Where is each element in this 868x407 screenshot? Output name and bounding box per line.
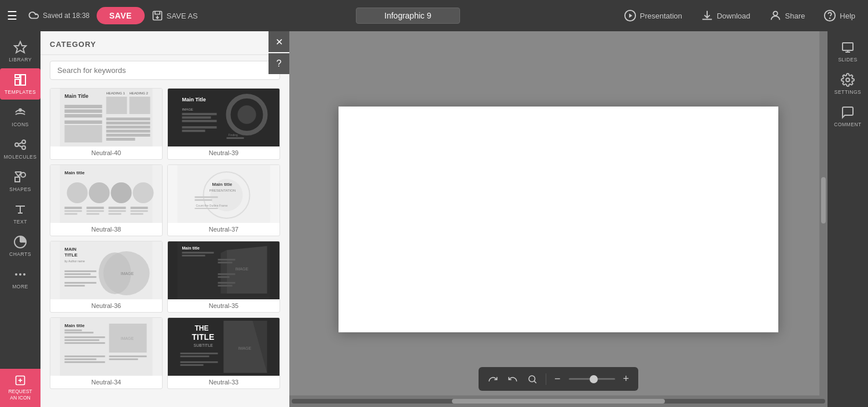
right-sidebar: SLIDES SETTINGS COMMENT [827,31,868,407]
svg-rect-45 [65,120,102,124]
help-icon [823,9,836,22]
svg-rect-42 [65,114,102,118]
svg-rect-118 [65,332,94,333]
svg-rect-80 [131,213,144,215]
template-neutral-38[interactable]: Main title [50,164,163,236]
search-icon [527,374,538,384]
request-icon-label: REQUESTAN ICON [8,388,32,401]
search-button[interactable] [524,372,541,387]
svg-point-18 [21,173,25,177]
svg-point-66 [89,182,110,203]
sidebar-item-icons[interactable]: ICONS [0,101,41,132]
svg-rect-40 [65,105,102,108]
text-icon [13,203,27,217]
canvas-slide[interactable] [339,107,778,332]
svg-marker-2 [629,13,632,17]
svg-rect-89 [195,208,218,209]
share-label: Share [785,12,806,20]
svg-rect-39 [130,97,150,114]
charts-icon [13,235,27,249]
svg-text:IMAGE: IMAGE [121,336,134,340]
menu-icon[interactable]: ☰ [7,9,17,23]
share-icon [769,9,782,22]
template-name-neutral-33: Neutral-33 [207,376,241,388]
svg-marker-7 [14,42,26,53]
panel-close-button[interactable]: ✕ [269,31,289,52]
topbar: ☰ Saved at 18:38 SAVE SAVE AS Presentati… [0,0,868,31]
svg-rect-46 [65,125,102,142]
sidebar-item-molecules[interactable]: MOLECULES [0,133,41,164]
svg-rect-77 [65,213,78,215]
svg-text:MAIN: MAIN [65,247,77,252]
template-thumb-neutral-35: Main title IMAGE [168,241,279,299]
svg-point-140 [529,376,535,382]
sidebar-item-library[interactable]: LIBRARY [0,36,41,67]
share-button[interactable]: Share [763,9,811,22]
sidebar-item-templates[interactable]: TEMPLATES [0,68,41,100]
save-as-button[interactable]: SAVE AS [152,10,198,21]
svg-rect-10 [21,75,25,85]
template-thumb-neutral-36: MAIN TITLE by Author name IMAGE [50,241,162,299]
templates-row-1: Main Title HEADING 1 HEADING 2 [50,88,280,160]
slides-label: SLIDES [838,57,857,63]
svg-point-6 [830,18,830,19]
bottom-toolbar: − + [479,367,638,391]
svg-rect-122 [65,339,100,341]
sidebar-item-charts[interactable]: CHARTS [0,230,41,262]
sidebar-item-more[interactable]: MORE [0,263,41,294]
sidebar-item-slides[interactable]: SLIDES [827,36,868,67]
settings-icon [841,73,855,87]
svg-rect-142 [843,43,853,50]
template-neutral-40[interactable]: Main Title HEADING 1 HEADING 2 [50,88,163,160]
zoom-slider[interactable] [569,378,615,380]
request-icon-button[interactable]: REQUESTAN ICON [0,369,41,407]
svg-text:Main Title: Main Title [65,93,89,99]
presentation-title-input[interactable] [356,8,460,24]
svg-text:IMAGE: IMAGE [121,272,134,276]
template-neutral-36[interactable]: MAIN TITLE by Author name IMAGE [50,241,163,313]
sidebar-item-settings[interactable]: SETTINGS [827,68,868,100]
template-thumb-neutral-34: Main title IMAGE [50,318,162,376]
svg-rect-73 [65,210,82,212]
search-input[interactable] [50,61,280,80]
template-neutral-33[interactable]: THE TITLE SUBTITLE IMAGE Neutral-3 [167,317,280,389]
zoom-divider [546,373,546,385]
panel-help-button[interactable]: ? [269,53,289,74]
download-button[interactable]: Download [695,9,756,22]
zoom-out-button[interactable]: − [551,371,564,387]
svg-point-67 [111,182,132,203]
svg-rect-124 [65,355,105,357]
undo-button[interactable] [504,372,521,387]
help-button[interactable]: Help [818,9,861,22]
settings-label: SETTINGS [834,89,862,95]
more-icon [13,267,27,281]
svg-point-11 [19,109,21,111]
template-neutral-35[interactable]: Main title IMAGE [167,241,280,313]
svg-text:Count the Outline Frame: Count the Outline Frame [196,204,228,207]
svg-rect-113 [218,282,236,284]
svg-rect-70 [87,207,104,209]
template-neutral-34[interactable]: Main title IMAGE [50,317,163,389]
sidebar-item-shapes[interactable]: SHAPES [0,166,41,197]
svg-rect-126 [65,361,105,363]
presentation-button[interactable]: Presentation [618,9,688,22]
svg-rect-123 [65,342,105,344]
template-name-neutral-37: Neutral-37 [207,223,241,236]
redo-button[interactable] [484,372,502,387]
svg-rect-59 [182,126,217,129]
template-neutral-39[interactable]: Main Title IMAGE Finding [167,88,280,160]
svg-line-20 [15,172,19,177]
save-button[interactable]: SAVE [97,7,145,24]
vertical-scrollbar[interactable] [819,31,827,395]
download-label: Download [717,12,751,20]
sidebar-item-text[interactable]: TEXT [0,198,41,229]
template-neutral-37[interactable]: Main title PRESENTATION Count the Outlin… [167,164,280,236]
sidebar-item-comment[interactable]: COMMENT [827,101,868,132]
svg-rect-87 [195,199,212,201]
template-thumb-neutral-37: Main title PRESENTATION Count the Outlin… [168,165,279,223]
category-row: CATEGORY ▾ [41,31,289,55]
horizontal-scrollbar[interactable] [292,399,825,404]
save-as-icon [152,10,163,21]
zoom-in-button[interactable]: + [620,371,633,387]
svg-rect-99 [65,276,97,278]
